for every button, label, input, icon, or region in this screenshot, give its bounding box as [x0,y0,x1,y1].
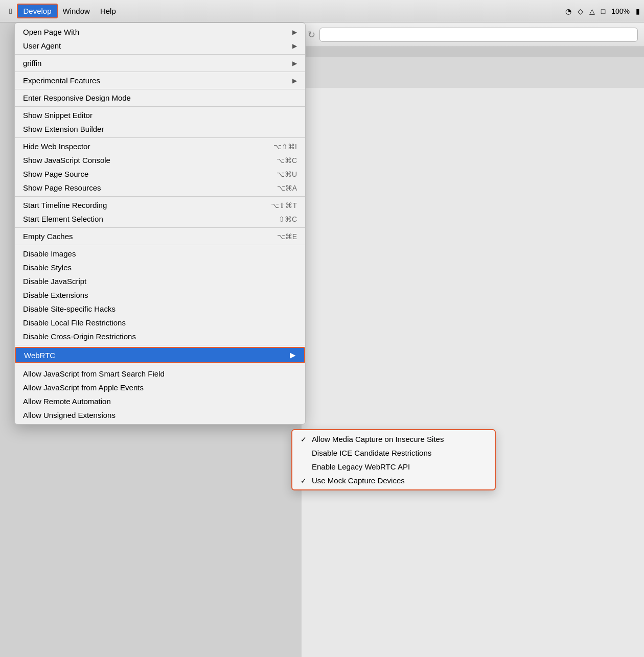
allow-remote-automation-label: Allow Remote Automation [23,397,111,406]
menu-start-timeline-recording[interactable]: Start Timeline Recording ⌥⇧⌘T [15,198,305,212]
empty-caches-label: Empty Caches [23,232,73,241]
webrtc-arrow: ▶ [290,350,296,360]
menu-start-element-selection[interactable]: Start Element Selection ⇧⌘C [15,212,305,226]
menu-webrtc[interactable]: WebRTC ▶ [15,347,305,363]
show-page-source-shortcut: ⌥⌘U [277,170,297,178]
reload-icon[interactable]: ↻ [308,29,315,40]
menu-allow-unsigned-extensions[interactable]: Allow Unsigned Extensions [15,408,305,422]
menu-hide-web-inspector[interactable]: Hide Web Inspector ⌥⇧⌘I [15,139,305,153]
check-allow-media-capture: ✓ [301,435,309,443]
disable-javascript-label: Disable JavaScript [23,277,86,286]
develop-menu: Open Page With ▶ User Agent ▶ griffin ▶ … [14,22,306,425]
menu-disable-javascript[interactable]: Disable JavaScript [15,274,305,288]
menu-show-page-source[interactable]: Show Page Source ⌥⌘U [15,167,305,181]
menu-show-javascript-console[interactable]: Show JavaScript Console ⌥⌘C [15,153,305,167]
separator-1 [15,54,305,55]
hide-web-inspector-shortcut: ⌥⇧⌘I [273,143,297,151]
menu-show-extension-builder[interactable]: Show Extension Builder [15,122,305,136]
menu-allow-javascript-smart-search[interactable]: Allow JavaScript from Smart Search Field [15,367,305,381]
icon-battery: ▮ [636,7,640,15]
separator-8 [15,245,305,245]
menu-bar:  Develop Window Help ◔ ◇ △ □ 100% ▮ [0,0,644,22]
menu-show-page-resources[interactable]: Show Page Resources ⌥⌘A [15,181,305,195]
user-agent-label: User Agent [23,41,61,50]
menu-disable-styles[interactable]: Disable Styles [15,261,305,274]
menu-empty-caches[interactable]: Empty Caches ⌥⌘E [15,229,305,243]
show-page-resources-shortcut: ⌥⌘A [277,184,297,192]
submenu-enable-legacy-webrtc[interactable]: Enable Legacy WebRTC API [292,460,495,474]
menu-responsive-design-mode[interactable]: Enter Responsive Design Mode [15,91,305,105]
show-page-source-label: Show Page Source [23,170,88,178]
icon-docker: ◇ [578,7,583,15]
start-element-selection-label: Start Element Selection [23,215,103,223]
allow-unsigned-extensions-label: Allow Unsigned Extensions [23,411,116,419]
enable-legacy-webrtc-label: Enable Legacy WebRTC API [312,462,410,471]
check-disable-ice-candidate [301,449,309,457]
experimental-features-label: Experimental Features [23,76,100,85]
address-bar[interactable] [319,28,638,42]
disable-site-specific-hacks-label: Disable Site-specific Hacks [23,304,116,313]
battery-level: 100% [611,7,630,15]
allow-javascript-apple-events-label: Allow JavaScript from Apple Events [23,383,144,392]
menu-disable-cross-origin-restrictions[interactable]: Disable Cross-Origin Restrictions [15,330,305,343]
menu-allow-remote-automation[interactable]: Allow Remote Automation [15,394,305,408]
use-mock-capture-label: Use Mock Capture Devices [312,476,405,485]
icon-display: □ [601,7,605,15]
start-timeline-recording-label: Start Timeline Recording [23,201,107,209]
menu-item-help[interactable]: Help [95,5,121,17]
check-use-mock-capture: ✓ [301,477,309,485]
submenu-allow-media-capture[interactable]: ✓ Allow Media Capture on Insecure Sites [292,432,495,446]
allow-media-capture-label: Allow Media Capture on Insecure Sites [312,435,444,443]
user-agent-arrow: ▶ [292,42,297,50]
griffin-arrow: ▶ [292,60,297,67]
disable-local-file-restrictions-label: Disable Local File Restrictions [23,318,126,327]
submenu-use-mock-capture[interactable]: ✓ Use Mock Capture Devices [292,474,495,487]
icon-wifi: △ [589,7,595,15]
separator-9 [15,345,305,345]
webrtc-submenu: ✓ Allow Media Capture on Insecure Sites … [291,429,496,490]
show-javascript-console-shortcut: ⌥⌘C [277,156,297,165]
disable-styles-label: Disable Styles [23,263,72,272]
griffin-label: griffin [23,59,41,67]
browser-area: ↻ [302,22,644,657]
open-page-with-label: Open Page With [23,28,79,36]
menu-disable-site-specific-hacks[interactable]: Disable Site-specific Hacks [15,302,305,316]
separator-6 [15,196,305,197]
separator-10 [15,365,305,365]
menu-bar-right-icons: ◔ ◇ △ □ 100% ▮ [565,7,640,15]
menu-disable-local-file-restrictions[interactable]: Disable Local File Restrictions [15,316,305,330]
browser-toolbar: ↻ [302,22,644,47]
menu-show-snippet-editor[interactable]: Show Snippet Editor [15,108,305,122]
menu-allow-javascript-apple-events[interactable]: Allow JavaScript from Apple Events [15,381,305,394]
show-extension-builder-label: Show Extension Builder [23,125,104,133]
separator-2 [15,72,305,72]
menu-disable-extensions[interactable]: Disable Extensions [15,288,305,302]
separator-4 [15,106,305,107]
check-enable-legacy-webrtc [301,463,309,471]
menu-item-develop-active[interactable]: Develop [17,4,57,18]
disable-cross-origin-restrictions-label: Disable Cross-Origin Restrictions [23,332,136,341]
disable-images-label: Disable Images [23,249,76,258]
experimental-features-arrow: ▶ [292,77,297,84]
webrtc-label: WebRTC [24,351,55,360]
open-page-with-arrow: ▶ [292,29,297,36]
menu-griffin[interactable]: griffin ▶ [15,56,305,70]
submenu-disable-ice-candidate[interactable]: Disable ICE Candidate Restrictions [292,446,495,460]
show-page-resources-label: Show Page Resources [23,183,101,192]
show-javascript-console-label: Show JavaScript Console [23,156,110,165]
hide-web-inspector-label: Hide Web Inspector [23,142,90,151]
icon-speed: ◔ [565,7,571,15]
start-timeline-recording-shortcut: ⌥⇧⌘T [271,201,297,209]
allow-javascript-smart-search-label: Allow JavaScript from Smart Search Field [23,369,165,378]
menu-experimental-features[interactable]: Experimental Features ▶ [15,74,305,87]
disable-extensions-label: Disable Extensions [23,291,88,299]
separator-5 [15,137,305,138]
menu-open-page-with[interactable]: Open Page With ▶ [15,25,305,39]
menu-item-apple[interactable]:  [4,5,17,17]
empty-caches-shortcut: ⌥⌘E [277,232,297,241]
menu-disable-images[interactable]: Disable Images [15,247,305,261]
show-snippet-editor-label: Show Snippet Editor [23,111,93,120]
browser-content [302,57,644,657]
menu-user-agent[interactable]: User Agent ▶ [15,39,305,53]
menu-item-window[interactable]: Window [58,5,95,17]
